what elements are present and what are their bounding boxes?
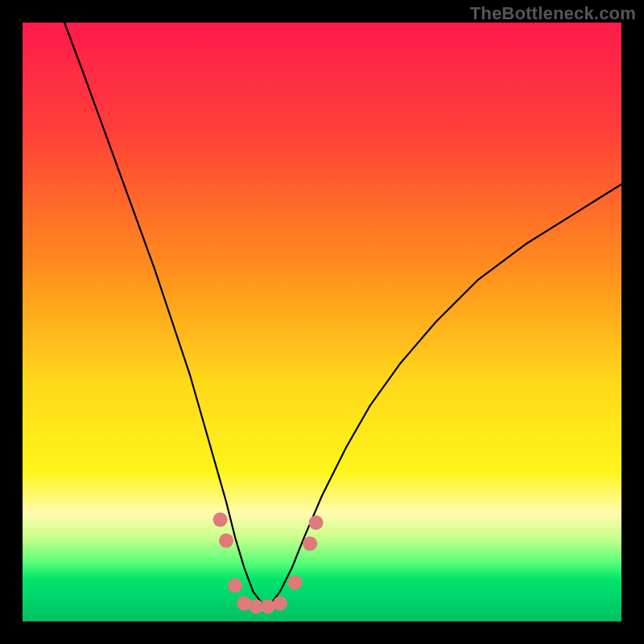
- data-marker: [309, 515, 324, 530]
- data-marker: [228, 578, 242, 592]
- gradient-background: [23, 23, 621, 621]
- watermark-text: TheBottleneck.com: [470, 3, 636, 24]
- data-marker: [303, 536, 317, 551]
- bottleneck-chart: [23, 23, 621, 621]
- data-marker: [273, 597, 287, 611]
- chart-frame: TheBottleneck.com: [0, 0, 644, 644]
- data-marker: [219, 534, 233, 548]
- plot-area: [23, 23, 621, 621]
- data-marker: [288, 576, 303, 590]
- data-marker: [213, 513, 228, 527]
